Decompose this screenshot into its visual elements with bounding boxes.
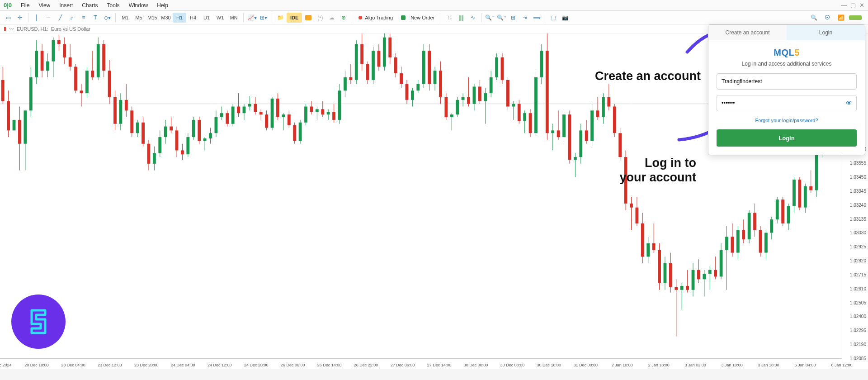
chart-style-icon[interactable]: ⊞▾ <box>258 12 269 23</box>
globe-icon[interactable]: ⊕ <box>338 12 349 23</box>
y-tick: 1.03135 <box>850 216 866 221</box>
rec-icon[interactable]: (•) <box>315 12 326 23</box>
x-tick: 2 Jan 10:00 <box>612 363 633 367</box>
x-tick: 23 Dec 20:00 <box>134 363 159 367</box>
folder-icon[interactable]: 📁 <box>275 12 286 23</box>
candlestick-icon: ▮ <box>4 26 6 32</box>
cursor-icon[interactable]: ▭ <box>3 12 14 23</box>
tab-login[interactable]: Login <box>787 25 865 40</box>
shift-icon[interactable]: ⇥ <box>519 12 530 23</box>
y-tick: 1.02295 <box>850 328 866 333</box>
menu-view[interactable]: View <box>34 2 55 9</box>
minimize-icon[interactable]: — <box>841 2 847 9</box>
algo-trading-button[interactable]: Algo Trading <box>355 13 396 23</box>
x-tick: 6 Jan 04:00 <box>795 363 816 367</box>
close-icon[interactable]: ✕ <box>859 2 864 9</box>
y-tick: 1.02610 <box>850 286 866 291</box>
bars-icon[interactable]: ‖‖ <box>456 12 467 23</box>
x-tick: 23 Dec 12:00 <box>98 363 122 367</box>
crosshair-icon[interactable]: ✛ <box>14 12 25 23</box>
connection-bar <box>849 15 862 20</box>
sort-asc-icon[interactable]: ↑↓ <box>444 12 455 23</box>
ide-button[interactable]: IDE <box>287 13 302 23</box>
menu-charts[interactable]: Charts <box>77 2 102 9</box>
camera-icon[interactable]: 📷 <box>560 12 571 23</box>
maximize-icon[interactable]: ▢ <box>850 2 856 9</box>
horizontal-line-icon[interactable]: ─ <box>43 12 54 23</box>
shapes-icon[interactable]: ◇▾ <box>102 12 113 23</box>
y-tick: 1.03240 <box>850 202 866 207</box>
timeframe-m30[interactable]: M30 <box>159 13 173 23</box>
chart-line-icon[interactable]: 📈▾ <box>246 12 257 23</box>
cloud-icon[interactable]: ☁ <box>326 12 337 23</box>
timeframe-mn[interactable]: MN <box>227 13 241 23</box>
x-tick: 20 Dec 2024 <box>0 363 12 367</box>
y-tick: 1.02820 <box>850 258 866 263</box>
trendline-icon[interactable]: ╱ <box>55 12 66 23</box>
menu-insert[interactable]: Insert <box>55 2 77 9</box>
login-button[interactable]: Login <box>717 129 857 147</box>
wave-icon[interactable]: ∿ <box>467 12 478 23</box>
brand-logo-icon <box>23 306 54 337</box>
password-field[interactable] <box>717 95 857 111</box>
user-icon[interactable]: ⦿ <box>822 12 833 23</box>
channel-icon[interactable]: ⫽ <box>66 12 77 23</box>
x-tick: 2 Jan 18:00 <box>648 363 670 367</box>
text-icon[interactable]: T <box>90 12 101 23</box>
x-tick: 3 Jan 02:00 <box>685 363 706 367</box>
autoscroll-icon[interactable]: ⟹ <box>531 12 542 23</box>
x-axis: 20 Dec 202420 Dec 10:0023 Dec 04:0023 De… <box>0 358 842 369</box>
forgot-password-link[interactable]: Forgot your login/password? <box>717 118 857 123</box>
x-tick: 30 Dec 00:00 <box>464 363 488 367</box>
timeframe-h4[interactable]: H4 <box>186 13 200 23</box>
x-tick: 30 Dec 08:00 <box>500 363 525 367</box>
x-tick: 23 Dec 04:00 <box>61 363 85 367</box>
timeframe-w1[interactable]: W1 <box>213 13 227 23</box>
x-tick: 20 Dec 10:00 <box>24 363 49 367</box>
menubar: 0|0 FileViewInsertChartsToolsWindowHelp … <box>0 0 868 11</box>
zoom-in-icon[interactable]: 🔍⁺ <box>496 12 507 23</box>
menu-help[interactable]: Help <box>152 2 173 9</box>
x-tick: 6 Jan 12:00 <box>831 363 852 367</box>
timeframe-m5[interactable]: M5 <box>132 13 146 23</box>
x-tick: 30 Dec 16:00 <box>537 363 561 367</box>
x-tick: 31 Dec 00:00 <box>574 363 598 367</box>
show-password-icon[interactable]: 👁 <box>846 100 852 107</box>
y-tick: 1.03030 <box>850 230 866 235</box>
line-icon: 〰 <box>9 26 14 32</box>
y-tick: 1.03555 <box>850 161 866 166</box>
select-icon[interactable]: ⬚ <box>548 12 559 23</box>
vertical-line-icon[interactable]: │ <box>31 12 42 23</box>
market-icon[interactable] <box>303 12 314 23</box>
menu-window[interactable]: Window <box>124 2 153 9</box>
x-tick: 27 Dec 14:00 <box>427 363 452 367</box>
menu-file[interactable]: File <box>16 2 34 9</box>
timeframe-h1[interactable]: H1 <box>173 13 186 23</box>
window-controls: — ▢ ✕ <box>841 2 864 9</box>
toolbar: ▭ ✛ │ ─ ╱ ⫽ ≡ T ◇▾ M1M5M15M30H1H4D1W1MN … <box>0 11 868 24</box>
y-tick: 1.03345 <box>850 188 866 193</box>
x-tick: 24 Dec 20:00 <box>244 363 269 367</box>
y-tick: 1.02190 <box>850 342 866 347</box>
y-tick: 1.02925 <box>850 244 866 249</box>
grid-icon[interactable]: ⊞ <box>508 12 519 23</box>
y-tick: 1.02085 <box>850 356 866 361</box>
signal-icon[interactable]: 📶 <box>835 12 846 23</box>
timeframe-m15[interactable]: M15 <box>146 13 159 23</box>
fib-icon[interactable]: ≡ <box>78 12 89 23</box>
chart-symbol: EURUSD, H1: <box>17 26 48 32</box>
search-icon[interactable]: 🔍 <box>808 12 819 23</box>
x-tick: 26 Dec 22:00 <box>354 363 378 367</box>
timeframe-d1[interactable]: D1 <box>200 13 213 23</box>
timeframe-m1[interactable]: M1 <box>118 13 132 23</box>
x-tick: 26 Dec 06:00 <box>281 363 305 367</box>
menu-tools[interactable]: Tools <box>103 2 124 9</box>
x-tick: 27 Dec 06:00 <box>391 363 415 367</box>
tab-create-account[interactable]: Create an account <box>708 25 787 40</box>
y-tick: 1.02715 <box>850 272 866 277</box>
annotation-login: Log in to your account <box>619 156 696 185</box>
new-order-button[interactable]: New Order <box>397 13 438 23</box>
mql5-logo: MQL5 <box>717 48 857 58</box>
username-field[interactable] <box>717 73 857 90</box>
zoom-out-icon[interactable]: 🔍⁻ <box>484 12 495 23</box>
